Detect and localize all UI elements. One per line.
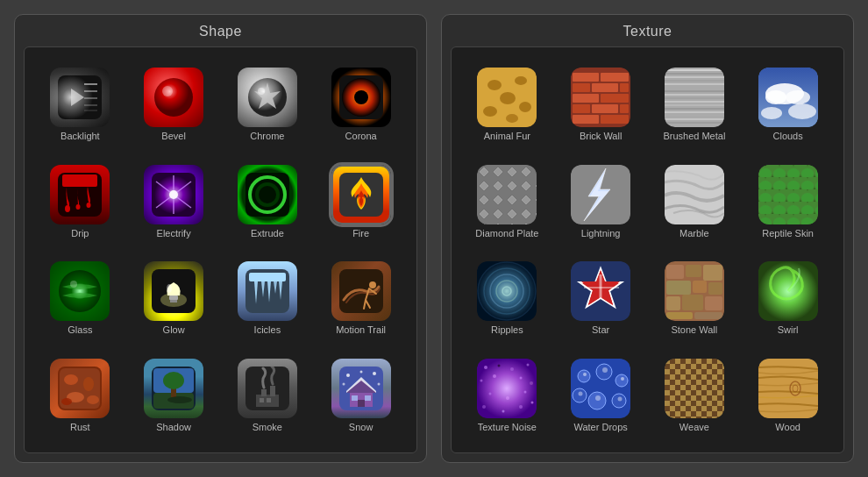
item-snow[interactable]: Snow: [326, 359, 396, 432]
diamond-plate-label: Diamond Plate: [475, 228, 538, 238]
svg-rect-75: [358, 400, 365, 407]
svg-point-64: [167, 396, 192, 403]
svg-rect-97: [573, 94, 599, 103]
svg-point-28: [169, 190, 178, 199]
svg-rect-99: [573, 104, 590, 113]
item-stone-wall[interactable]: Stone Wall: [659, 261, 729, 335]
clouds-icon: [758, 68, 818, 127]
item-brushed-metal[interactable]: Brushed Metal: [659, 68, 729, 141]
svg-rect-100: [592, 104, 618, 113]
glass-label: Glass: [68, 324, 92, 335]
stone-wall-label: Stone Wall: [671, 324, 717, 335]
svg-point-167: [498, 364, 501, 367]
item-corona[interactable]: Corona: [326, 68, 396, 141]
svg-rect-69: [260, 398, 264, 402]
svg-rect-96: [620, 83, 629, 92]
texture-panel-title: Texture: [451, 24, 844, 39]
shape-row-2: Drip: [33, 165, 408, 238]
star-label: Star: [592, 324, 609, 335]
item-smoke[interactable]: Smoke: [232, 359, 302, 432]
svg-point-57: [87, 395, 99, 404]
svg-rect-95: [592, 83, 618, 92]
texture-row-1: Animal Fur: [460, 68, 835, 141]
drip-icon: [50, 165, 110, 224]
item-ripples[interactable]: Ripples: [472, 261, 542, 335]
item-water-drops[interactable]: Water Drops: [566, 359, 636, 432]
marble-icon: [665, 165, 724, 224]
item-marble[interactable]: Marble: [659, 165, 729, 238]
water-drops-icon: [571, 359, 630, 418]
item-animal-fur[interactable]: Animal Fur: [472, 68, 542, 141]
item-reptile-skin[interactable]: Reptile Skin: [753, 165, 823, 238]
chrome-label: Chrome: [250, 131, 284, 141]
svg-point-18: [76, 204, 81, 210]
svg-point-171: [493, 374, 496, 378]
svg-rect-155: [703, 265, 722, 281]
item-clouds[interactable]: Clouds: [753, 68, 823, 141]
glass-icon: [50, 261, 110, 321]
svg-point-33: [259, 186, 276, 203]
svg-point-42: [167, 284, 172, 293]
svg-rect-163: [694, 312, 722, 319]
svg-rect-153: [666, 265, 684, 279]
icicles-icon: [238, 261, 297, 321]
fire-icon: [331, 165, 391, 224]
texture-row-2: Diamond Plate Lightning: [460, 165, 835, 238]
item-icicles[interactable]: Icicles: [232, 261, 302, 335]
brick-wall-label: Brick Wall: [580, 131, 622, 141]
item-brick-wall[interactable]: Brick Wall: [566, 68, 636, 141]
item-motion-trail[interactable]: Motion Trail: [326, 261, 396, 335]
main-container: Shape: [0, 0, 868, 477]
svg-point-173: [530, 381, 533, 385]
shape-row-4: Rust: [33, 359, 408, 432]
item-rust[interactable]: Rust: [45, 359, 115, 432]
svg-rect-101: [620, 104, 629, 113]
fire-label: Fire: [352, 228, 369, 238]
svg-point-7: [154, 78, 193, 117]
texture-noise-label: Texture Noise: [478, 422, 537, 432]
item-chrome[interactable]: Chrome: [232, 68, 302, 141]
shape-row-1: Backlight Bevel: [33, 68, 408, 141]
motion-trail-label: Motion Trail: [336, 324, 386, 335]
item-swirl[interactable]: Swirl: [753, 261, 823, 335]
svg-point-172: [520, 376, 523, 379]
item-glow[interactable]: Glow: [139, 261, 209, 335]
svg-rect-93: [601, 73, 629, 82]
bevel-label: Bevel: [161, 131, 186, 141]
item-fire[interactable]: Fire: [326, 165, 396, 238]
svg-point-37: [70, 281, 77, 288]
item-bevel[interactable]: Bevel: [139, 68, 209, 141]
shape-panel: Shape: [14, 14, 427, 463]
svg-rect-159: [666, 296, 680, 310]
item-glass[interactable]: Glass: [45, 261, 115, 335]
glow-icon: [144, 261, 203, 321]
svg-point-166: [484, 366, 487, 369]
item-wood[interactable]: Wood: [753, 359, 823, 432]
svg-point-124: [765, 90, 786, 104]
shadow-icon: [144, 359, 203, 418]
svg-point-193: [618, 396, 623, 401]
svg-point-19: [87, 203, 91, 208]
backlight-icon: [50, 68, 110, 127]
svg-rect-158: [708, 282, 722, 295]
item-electrify[interactable]: Electrify: [139, 165, 209, 238]
item-weave[interactable]: Weave: [659, 359, 729, 432]
item-drip[interactable]: Drip: [45, 165, 115, 238]
item-shadow[interactable]: Shadow: [139, 359, 209, 432]
item-extrude[interactable]: Extrude: [232, 165, 302, 238]
item-lightning[interactable]: Lightning: [566, 165, 636, 238]
svg-rect-131: [477, 165, 537, 224]
svg-point-14: [354, 90, 368, 104]
snow-icon: [331, 359, 391, 418]
item-star[interactable]: Star: [566, 261, 636, 335]
item-diamond-plate[interactable]: Diamond Plate: [472, 165, 542, 238]
svg-point-79: [373, 372, 376, 375]
brick-wall-icon: [571, 68, 630, 127]
item-backlight[interactable]: Backlight: [45, 68, 115, 141]
brushed-metal-icon: [665, 68, 724, 127]
item-texture-noise[interactable]: Texture Noise: [472, 359, 542, 432]
star-icon: [571, 261, 630, 321]
reptile-skin-label: Reptile Skin: [762, 228, 814, 238]
svg-rect-161: [705, 296, 722, 310]
lightning-icon: [571, 165, 630, 224]
